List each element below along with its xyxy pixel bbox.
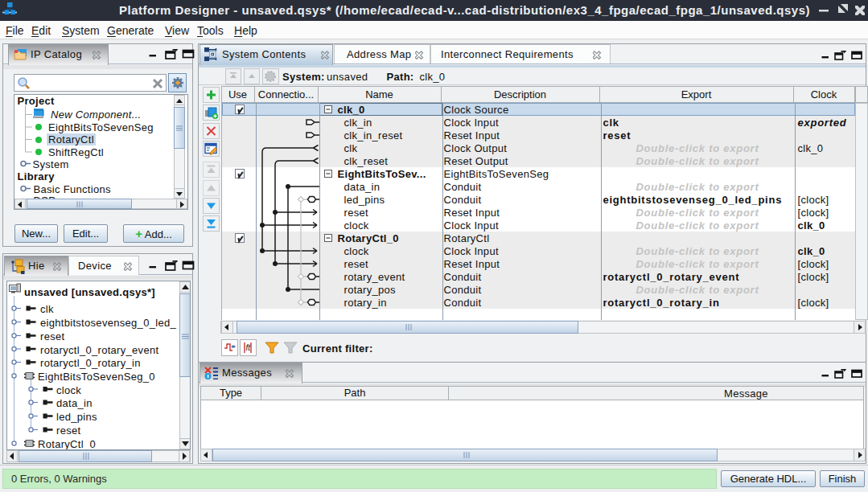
svg-text:ft: ft [246,343,252,352]
